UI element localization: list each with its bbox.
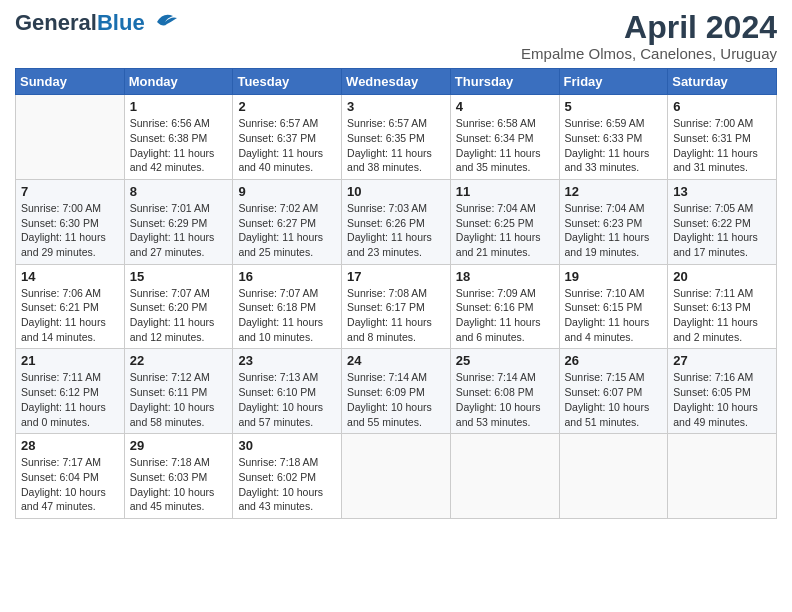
header-saturday: Saturday bbox=[668, 69, 777, 95]
day-number: 5 bbox=[565, 99, 663, 114]
header-sunday: Sunday bbox=[16, 69, 125, 95]
day-cell: 24Sunrise: 7:14 AM Sunset: 6:09 PM Dayli… bbox=[342, 349, 451, 434]
header-thursday: Thursday bbox=[450, 69, 559, 95]
day-info: Sunrise: 7:07 AM Sunset: 6:18 PM Dayligh… bbox=[238, 286, 336, 345]
day-cell: 5Sunrise: 6:59 AM Sunset: 6:33 PM Daylig… bbox=[559, 95, 668, 180]
day-cell: 12Sunrise: 7:04 AM Sunset: 6:23 PM Dayli… bbox=[559, 179, 668, 264]
day-info: Sunrise: 7:05 AM Sunset: 6:22 PM Dayligh… bbox=[673, 201, 771, 260]
day-number: 1 bbox=[130, 99, 228, 114]
day-cell: 26Sunrise: 7:15 AM Sunset: 6:07 PM Dayli… bbox=[559, 349, 668, 434]
day-cell: 19Sunrise: 7:10 AM Sunset: 6:15 PM Dayli… bbox=[559, 264, 668, 349]
day-number: 24 bbox=[347, 353, 445, 368]
day-info: Sunrise: 7:11 AM Sunset: 6:12 PM Dayligh… bbox=[21, 370, 119, 429]
week-row-4: 21Sunrise: 7:11 AM Sunset: 6:12 PM Dayli… bbox=[16, 349, 777, 434]
day-info: Sunrise: 7:04 AM Sunset: 6:23 PM Dayligh… bbox=[565, 201, 663, 260]
calendar-header: SundayMondayTuesdayWednesdayThursdayFrid… bbox=[16, 69, 777, 95]
day-info: Sunrise: 7:12 AM Sunset: 6:11 PM Dayligh… bbox=[130, 370, 228, 429]
day-number: 9 bbox=[238, 184, 336, 199]
day-cell: 7Sunrise: 7:00 AM Sunset: 6:30 PM Daylig… bbox=[16, 179, 125, 264]
day-number: 7 bbox=[21, 184, 119, 199]
day-cell: 29Sunrise: 7:18 AM Sunset: 6:03 PM Dayli… bbox=[124, 434, 233, 519]
day-cell: 21Sunrise: 7:11 AM Sunset: 6:12 PM Dayli… bbox=[16, 349, 125, 434]
day-cell: 23Sunrise: 7:13 AM Sunset: 6:10 PM Dayli… bbox=[233, 349, 342, 434]
day-cell bbox=[16, 95, 125, 180]
header-wednesday: Wednesday bbox=[342, 69, 451, 95]
month-title: April 2024 bbox=[521, 10, 777, 45]
day-number: 19 bbox=[565, 269, 663, 284]
day-number: 26 bbox=[565, 353, 663, 368]
location-subtitle: Empalme Olmos, Canelones, Uruguay bbox=[521, 45, 777, 62]
header-row: SundayMondayTuesdayWednesdayThursdayFrid… bbox=[16, 69, 777, 95]
day-cell: 3Sunrise: 6:57 AM Sunset: 6:35 PM Daylig… bbox=[342, 95, 451, 180]
day-info: Sunrise: 7:18 AM Sunset: 6:03 PM Dayligh… bbox=[130, 455, 228, 514]
day-number: 8 bbox=[130, 184, 228, 199]
day-info: Sunrise: 7:04 AM Sunset: 6:25 PM Dayligh… bbox=[456, 201, 554, 260]
day-info: Sunrise: 7:06 AM Sunset: 6:21 PM Dayligh… bbox=[21, 286, 119, 345]
day-cell: 17Sunrise: 7:08 AM Sunset: 6:17 PM Dayli… bbox=[342, 264, 451, 349]
day-number: 15 bbox=[130, 269, 228, 284]
day-cell: 18Sunrise: 7:09 AM Sunset: 6:16 PM Dayli… bbox=[450, 264, 559, 349]
day-number: 13 bbox=[673, 184, 771, 199]
day-cell: 22Sunrise: 7:12 AM Sunset: 6:11 PM Dayli… bbox=[124, 349, 233, 434]
day-cell: 6Sunrise: 7:00 AM Sunset: 6:31 PM Daylig… bbox=[668, 95, 777, 180]
day-info: Sunrise: 7:16 AM Sunset: 6:05 PM Dayligh… bbox=[673, 370, 771, 429]
title-block: April 2024 Empalme Olmos, Canelones, Uru… bbox=[521, 10, 777, 62]
header-tuesday: Tuesday bbox=[233, 69, 342, 95]
day-info: Sunrise: 7:18 AM Sunset: 6:02 PM Dayligh… bbox=[238, 455, 336, 514]
day-number: 4 bbox=[456, 99, 554, 114]
day-number: 12 bbox=[565, 184, 663, 199]
day-cell: 1Sunrise: 6:56 AM Sunset: 6:38 PM Daylig… bbox=[124, 95, 233, 180]
day-number: 14 bbox=[21, 269, 119, 284]
day-cell: 20Sunrise: 7:11 AM Sunset: 6:13 PM Dayli… bbox=[668, 264, 777, 349]
day-number: 2 bbox=[238, 99, 336, 114]
day-info: Sunrise: 7:00 AM Sunset: 6:30 PM Dayligh… bbox=[21, 201, 119, 260]
day-info: Sunrise: 7:02 AM Sunset: 6:27 PM Dayligh… bbox=[238, 201, 336, 260]
day-info: Sunrise: 7:15 AM Sunset: 6:07 PM Dayligh… bbox=[565, 370, 663, 429]
day-number: 16 bbox=[238, 269, 336, 284]
day-number: 27 bbox=[673, 353, 771, 368]
day-cell: 14Sunrise: 7:06 AM Sunset: 6:21 PM Dayli… bbox=[16, 264, 125, 349]
day-number: 18 bbox=[456, 269, 554, 284]
day-info: Sunrise: 6:57 AM Sunset: 6:35 PM Dayligh… bbox=[347, 116, 445, 175]
day-info: Sunrise: 6:56 AM Sunset: 6:38 PM Dayligh… bbox=[130, 116, 228, 175]
day-number: 30 bbox=[238, 438, 336, 453]
day-cell: 2Sunrise: 6:57 AM Sunset: 6:37 PM Daylig… bbox=[233, 95, 342, 180]
day-info: Sunrise: 6:59 AM Sunset: 6:33 PM Dayligh… bbox=[565, 116, 663, 175]
day-info: Sunrise: 7:14 AM Sunset: 6:09 PM Dayligh… bbox=[347, 370, 445, 429]
header-friday: Friday bbox=[559, 69, 668, 95]
day-cell: 25Sunrise: 7:14 AM Sunset: 6:08 PM Dayli… bbox=[450, 349, 559, 434]
day-info: Sunrise: 7:17 AM Sunset: 6:04 PM Dayligh… bbox=[21, 455, 119, 514]
day-cell: 11Sunrise: 7:04 AM Sunset: 6:25 PM Dayli… bbox=[450, 179, 559, 264]
week-row-3: 14Sunrise: 7:06 AM Sunset: 6:21 PM Dayli… bbox=[16, 264, 777, 349]
day-cell: 9Sunrise: 7:02 AM Sunset: 6:27 PM Daylig… bbox=[233, 179, 342, 264]
day-cell bbox=[342, 434, 451, 519]
day-info: Sunrise: 7:01 AM Sunset: 6:29 PM Dayligh… bbox=[130, 201, 228, 260]
header-monday: Monday bbox=[124, 69, 233, 95]
day-info: Sunrise: 7:14 AM Sunset: 6:08 PM Dayligh… bbox=[456, 370, 554, 429]
logo-general: General bbox=[15, 10, 97, 36]
day-number: 29 bbox=[130, 438, 228, 453]
day-info: Sunrise: 7:11 AM Sunset: 6:13 PM Dayligh… bbox=[673, 286, 771, 345]
day-cell: 8Sunrise: 7:01 AM Sunset: 6:29 PM Daylig… bbox=[124, 179, 233, 264]
week-row-2: 7Sunrise: 7:00 AM Sunset: 6:30 PM Daylig… bbox=[16, 179, 777, 264]
calendar-table: SundayMondayTuesdayWednesdayThursdayFrid… bbox=[15, 68, 777, 519]
week-row-1: 1Sunrise: 6:56 AM Sunset: 6:38 PM Daylig… bbox=[16, 95, 777, 180]
day-number: 21 bbox=[21, 353, 119, 368]
day-cell: 10Sunrise: 7:03 AM Sunset: 6:26 PM Dayli… bbox=[342, 179, 451, 264]
day-cell bbox=[559, 434, 668, 519]
day-number: 28 bbox=[21, 438, 119, 453]
day-info: Sunrise: 6:58 AM Sunset: 6:34 PM Dayligh… bbox=[456, 116, 554, 175]
day-info: Sunrise: 7:08 AM Sunset: 6:17 PM Dayligh… bbox=[347, 286, 445, 345]
day-cell: 4Sunrise: 6:58 AM Sunset: 6:34 PM Daylig… bbox=[450, 95, 559, 180]
week-row-5: 28Sunrise: 7:17 AM Sunset: 6:04 PM Dayli… bbox=[16, 434, 777, 519]
day-cell: 30Sunrise: 7:18 AM Sunset: 6:02 PM Dayli… bbox=[233, 434, 342, 519]
day-cell: 27Sunrise: 7:16 AM Sunset: 6:05 PM Dayli… bbox=[668, 349, 777, 434]
day-number: 25 bbox=[456, 353, 554, 368]
day-number: 23 bbox=[238, 353, 336, 368]
day-number: 17 bbox=[347, 269, 445, 284]
logo: General Blue bbox=[15, 10, 179, 36]
day-number: 6 bbox=[673, 99, 771, 114]
day-info: Sunrise: 6:57 AM Sunset: 6:37 PM Dayligh… bbox=[238, 116, 336, 175]
day-number: 20 bbox=[673, 269, 771, 284]
day-cell: 15Sunrise: 7:07 AM Sunset: 6:20 PM Dayli… bbox=[124, 264, 233, 349]
